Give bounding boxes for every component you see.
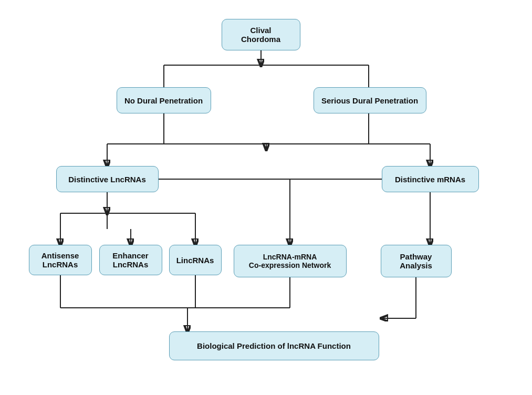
connection-lines: [14, 8, 518, 387]
enhancer-node: EnhancerLncRNAs: [99, 245, 162, 275]
no-dural-node: No Dural Penetration: [117, 87, 211, 113]
lincrnas-node: LincRNAs: [169, 245, 222, 275]
coexpression-node: LncRNA-mRNACo-expression Network: [234, 245, 347, 277]
pathway-node: PathwayAnalysis: [381, 245, 452, 277]
distinctive-mrna-node: Distinctive mRNAs: [382, 166, 479, 192]
diagram-container: ClivalChordoma No Dural Penetration Seri…: [14, 8, 518, 387]
antisense-node: AntisenseLncRNAs: [29, 245, 92, 275]
distinctive-lnc-node: Distinctive LncRNAs: [56, 166, 159, 192]
serious-dural-node: Serious Dural Penetration: [314, 87, 426, 113]
biological-node: Biological Prediction of lncRNA Function: [169, 331, 379, 360]
clival-chordoma-node: ClivalChordoma: [222, 19, 300, 50]
